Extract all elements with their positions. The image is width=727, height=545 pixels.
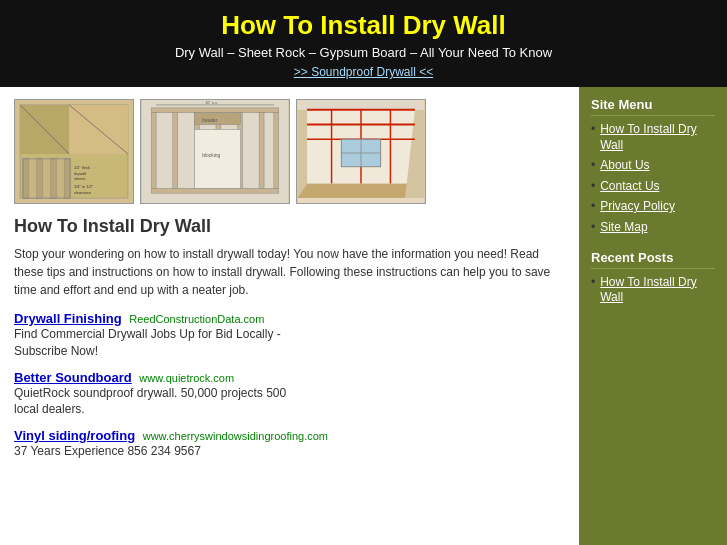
site-menu-title: Site Menu bbox=[591, 97, 715, 116]
site-title: How To Install Dry Wall bbox=[0, 10, 727, 41]
site-menu: • How To Install Dry Wall • About Us • C… bbox=[591, 122, 715, 236]
recent-posts-title: Recent Posts bbox=[591, 250, 715, 269]
layout: 1/2" thick drywall sheets 1/4" to 1/2" c… bbox=[0, 87, 727, 545]
svg-marker-35 bbox=[297, 110, 307, 198]
ad-block-2: Better Soundboard www.quietrock.com Quie… bbox=[14, 370, 565, 419]
svg-rect-19 bbox=[151, 113, 156, 189]
sidebar-item-privacy: • Privacy Policy bbox=[591, 199, 715, 215]
main-content: 1/2" thick drywall sheets 1/4" to 1/2" c… bbox=[0, 87, 579, 545]
svg-rect-27 bbox=[194, 129, 240, 188]
sidebar-link-about[interactable]: About Us bbox=[600, 158, 649, 174]
sidebar-item-sitemap: • Site Map bbox=[591, 220, 715, 236]
ad-1-desc2: Subscribe Now! bbox=[14, 343, 565, 360]
sidebar-item-install: • How To Install Dry Wall bbox=[591, 122, 715, 153]
sidebar-link-privacy[interactable]: Privacy Policy bbox=[600, 199, 675, 215]
page-title: How To Install Dry Wall bbox=[14, 216, 565, 237]
bullet-icon: • bbox=[591, 275, 595, 289]
svg-rect-24 bbox=[259, 113, 264, 189]
sidebar-link-sitemap[interactable]: Site Map bbox=[600, 220, 647, 236]
bullet-icon: • bbox=[591, 122, 595, 136]
ad-2-source[interactable]: www.quietrock.com bbox=[139, 372, 234, 384]
site-subtitle: Dry Wall – Sheet Rock – Gypsum Board – A… bbox=[0, 45, 727, 60]
image-left: 1/2" thick drywall sheets 1/4" to 1/2" c… bbox=[14, 99, 134, 204]
svg-rect-18 bbox=[151, 188, 279, 193]
svg-text:sheets: sheets bbox=[74, 176, 86, 181]
ad-3-desc1: 37 Years Experience 856 234 9567 bbox=[14, 443, 565, 460]
recent-posts-menu: • How To Install Dry Wall bbox=[591, 275, 715, 306]
svg-marker-37 bbox=[297, 100, 425, 110]
images-row: 1/2" thick drywall sheets 1/4" to 1/2" c… bbox=[14, 99, 565, 204]
intro-text: Stop your wondering on how to install dr… bbox=[14, 245, 565, 299]
ad-block-1: Drywall Finishing ReedConstructionData.c… bbox=[14, 311, 565, 360]
svg-rect-10 bbox=[23, 159, 70, 198]
svg-rect-20 bbox=[173, 113, 178, 189]
header: How To Install Dry Wall Dry Wall – Sheet… bbox=[0, 0, 727, 87]
svg-text:blocking: blocking bbox=[202, 153, 220, 158]
bullet-icon: • bbox=[591, 158, 595, 172]
svg-text:drywall: drywall bbox=[74, 171, 86, 176]
svg-text:16" o.c.: 16" o.c. bbox=[205, 100, 218, 105]
image-middle: header blocking 16" o.c. bbox=[140, 99, 290, 204]
svg-text:header: header bbox=[202, 118, 218, 123]
svg-text:1/2" thick: 1/2" thick bbox=[74, 165, 90, 170]
svg-rect-25 bbox=[274, 113, 279, 189]
ad-2-title[interactable]: Better Soundboard bbox=[14, 370, 132, 385]
ad-3-title[interactable]: Vinyl siding/roofing bbox=[14, 428, 135, 443]
ad-1-desc1: Find Commercial Drywall Jobs Up for Bid … bbox=[14, 326, 565, 343]
sidebar-item-about: • About Us bbox=[591, 158, 715, 174]
bullet-icon: • bbox=[591, 179, 595, 193]
sidebar-link-install[interactable]: How To Install Dry Wall bbox=[600, 122, 715, 153]
bullet-icon: • bbox=[591, 199, 595, 213]
image-right bbox=[296, 99, 426, 204]
ad-1-source[interactable]: ReedConstructionData.com bbox=[129, 313, 264, 325]
ad-2-desc1: QuietRock soundproof drywall. 50,000 pro… bbox=[14, 385, 565, 402]
ad-2-desc2: local dealers. bbox=[14, 401, 565, 418]
svg-rect-17 bbox=[151, 108, 279, 113]
ad-block-3: Vinyl siding/roofing www.cherryswindowsi… bbox=[14, 428, 565, 460]
bullet-icon: • bbox=[591, 220, 595, 234]
svg-marker-33 bbox=[297, 183, 415, 198]
ad-1-title[interactable]: Drywall Finishing bbox=[14, 311, 122, 326]
svg-text:clearance: clearance bbox=[74, 190, 91, 195]
sidebar-recent-1: • How To Install Dry Wall bbox=[591, 275, 715, 306]
soundproof-link[interactable]: >> Soundproof Drywall << bbox=[0, 65, 727, 79]
sidebar-link-contact[interactable]: Contact Us bbox=[600, 179, 659, 195]
sidebar: Site Menu • How To Install Dry Wall • Ab… bbox=[579, 87, 727, 545]
sidebar-recent-link-1[interactable]: How To Install Dry Wall bbox=[600, 275, 715, 306]
ad-3-source[interactable]: www.cherryswindowsidingroofing.com bbox=[143, 430, 328, 442]
sidebar-item-contact: • Contact Us bbox=[591, 179, 715, 195]
svg-text:1/4" to 1/2": 1/4" to 1/2" bbox=[74, 184, 94, 189]
